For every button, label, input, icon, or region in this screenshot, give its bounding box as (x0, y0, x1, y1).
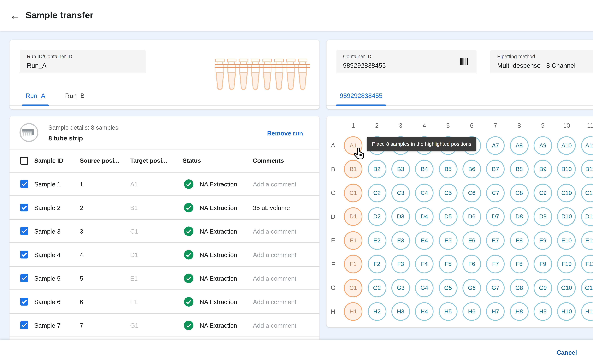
comment-cell[interactable]: Add a comment (253, 251, 296, 258)
well-H4[interactable]: H4 (415, 302, 434, 321)
well-D4[interactable]: D4 (415, 207, 434, 226)
well-B1[interactable]: B1 (344, 160, 363, 178)
well-B6[interactable]: B6 (462, 160, 481, 178)
well-F3[interactable]: F3 (391, 255, 410, 273)
well-C1[interactable]: C1 (344, 183, 363, 202)
well-F7[interactable]: F7 (486, 255, 505, 273)
well-H6[interactable]: H6 (462, 302, 481, 321)
pipetting-method-select[interactable]: Pipetting method Multi-despense - 8 Chan… (490, 50, 593, 73)
well-G6[interactable]: G6 (462, 279, 481, 297)
well-E7[interactable]: E7 (486, 231, 505, 250)
well-D11[interactable]: D11 (581, 207, 593, 226)
tab-run_a[interactable]: Run_A (22, 86, 49, 105)
well-A10[interactable]: A10 (557, 136, 576, 155)
well-F4[interactable]: F4 (415, 255, 434, 273)
well-D7[interactable]: D7 (486, 207, 505, 226)
row-checkbox[interactable] (20, 274, 28, 282)
well-B3[interactable]: B3 (391, 160, 410, 178)
back-arrow-icon[interactable]: ← (10, 10, 20, 21)
comment-cell[interactable]: Add a comment (253, 228, 296, 234)
row-checkbox[interactable] (20, 227, 28, 235)
well-H1[interactable]: H1 (344, 302, 363, 321)
well-H8[interactable]: H8 (510, 302, 528, 321)
row-checkbox[interactable] (20, 204, 28, 211)
well-C6[interactable]: C6 (462, 183, 481, 202)
well-E6[interactable]: E6 (462, 231, 481, 250)
well-C3[interactable]: C3 (391, 183, 410, 202)
well-G11[interactable]: G11 (581, 279, 593, 297)
well-B5[interactable]: B5 (439, 160, 457, 178)
well-C5[interactable]: C5 (439, 183, 457, 202)
well-C9[interactable]: C9 (533, 183, 552, 202)
well-B9[interactable]: B9 (533, 160, 552, 178)
well-D6[interactable]: D6 (462, 207, 481, 226)
well-F9[interactable]: F9 (533, 255, 552, 273)
well-A8[interactable]: A8 (510, 136, 528, 155)
well-E5[interactable]: E5 (439, 231, 457, 250)
well-E8[interactable]: E8 (510, 231, 528, 250)
well-G2[interactable]: G2 (368, 279, 386, 297)
comment-cell[interactable]: Add a comment (253, 322, 296, 329)
well-E2[interactable]: E2 (368, 231, 386, 250)
well-G3[interactable]: G3 (391, 279, 410, 297)
well-F2[interactable]: F2 (368, 255, 386, 273)
well-H3[interactable]: H3 (391, 302, 410, 321)
run-id-field[interactable]: Run ID/Container ID Run_A (20, 50, 146, 73)
well-A7[interactable]: A7 (486, 136, 505, 155)
well-G9[interactable]: G9 (533, 279, 552, 297)
comment-cell[interactable]: 35 uL volume (253, 204, 290, 211)
well-E10[interactable]: E10 (557, 231, 576, 250)
well-D5[interactable]: D5 (439, 207, 457, 226)
tab-run_b[interactable]: Run_B (61, 86, 88, 105)
well-H2[interactable]: H2 (368, 302, 386, 321)
well-E1[interactable]: E1 (344, 231, 363, 250)
well-C11[interactable]: C11 (581, 183, 593, 202)
well-D9[interactable]: D9 (533, 207, 552, 226)
row-checkbox[interactable] (20, 321, 28, 329)
well-F5[interactable]: F5 (439, 255, 457, 273)
well-G1[interactable]: G1 (344, 279, 363, 297)
remove-run-button[interactable]: Remove run (267, 130, 303, 136)
select-all-checkbox[interactable] (20, 157, 28, 164)
tab-container-id[interactable]: 989292838455 (336, 86, 386, 105)
container-id-field[interactable]: Container ID 989292838455 (336, 50, 477, 73)
well-H10[interactable]: H10 (557, 302, 576, 321)
well-E4[interactable]: E4 (415, 231, 434, 250)
cancel-button[interactable]: Cancel (553, 345, 581, 359)
well-F6[interactable]: F6 (462, 255, 481, 273)
well-B10[interactable]: B10 (557, 160, 576, 178)
well-G10[interactable]: G10 (557, 279, 576, 297)
well-D10[interactable]: D10 (557, 207, 576, 226)
well-D1[interactable]: D1 (344, 207, 363, 226)
well-B8[interactable]: B8 (510, 160, 528, 178)
well-B7[interactable]: B7 (486, 160, 505, 178)
well-D3[interactable]: D3 (391, 207, 410, 226)
well-G5[interactable]: G5 (439, 279, 457, 297)
well-C10[interactable]: C10 (557, 183, 576, 202)
well-F11[interactable]: F11 (581, 255, 593, 273)
comment-cell[interactable]: Add a comment (253, 274, 296, 281)
comment-cell[interactable]: Add a comment (253, 181, 296, 188)
well-A11[interactable]: A11 (581, 136, 593, 155)
well-C4[interactable]: C4 (415, 183, 434, 202)
well-F8[interactable]: F8 (510, 255, 528, 273)
well-C7[interactable]: C7 (486, 183, 505, 202)
well-E3[interactable]: E3 (391, 231, 410, 250)
well-G8[interactable]: G8 (510, 279, 528, 297)
well-F1[interactable]: F1 (344, 255, 363, 273)
well-D2[interactable]: D2 (368, 207, 386, 226)
well-D8[interactable]: D8 (510, 207, 528, 226)
well-H7[interactable]: H7 (486, 302, 505, 321)
comment-cell[interactable]: Add a comment (253, 298, 296, 305)
well-C8[interactable]: C8 (510, 183, 528, 202)
well-E9[interactable]: E9 (533, 231, 552, 250)
well-B4[interactable]: B4 (415, 160, 434, 178)
well-G4[interactable]: G4 (415, 279, 434, 297)
well-C2[interactable]: C2 (368, 183, 386, 202)
well-H5[interactable]: H5 (439, 302, 457, 321)
well-G7[interactable]: G7 (486, 279, 505, 297)
row-checkbox[interactable] (20, 251, 28, 258)
well-A9[interactable]: A9 (533, 136, 552, 155)
row-checkbox[interactable] (20, 298, 28, 306)
well-B2[interactable]: B2 (368, 160, 386, 178)
